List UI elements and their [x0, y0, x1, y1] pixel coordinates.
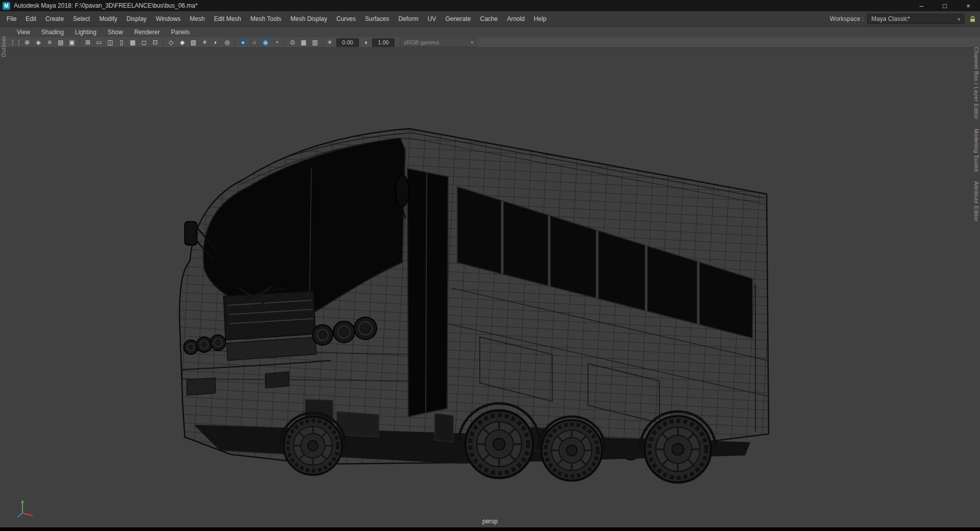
left-panel-tabs: Outliner — [1, 36, 7, 57]
bus-wireframe-model — [0, 48, 980, 527]
menu-item[interactable]: Deform — [394, 11, 423, 27]
safe-action-icon[interactable]: ◻ — [139, 38, 150, 47]
exposure-icon[interactable]: ☀ — [325, 39, 334, 46]
colorspace-value: sRGB gamma — [404, 39, 439, 45]
menu-item[interactable]: Select — [68, 11, 94, 27]
textured-icon[interactable]: ▧ — [188, 38, 199, 47]
menu-item[interactable]: Display — [122, 11, 151, 27]
panel-toolbar: ⋮⋮⊕◈≡▤▣⊞▭◫▯▦◻⊡◇◆▧☀◐◎●○◉◔⊙▩▥ ☀ 0.00 ◑ 1.0… — [0, 37, 980, 48]
resolution-gate-icon[interactable]: ◫ — [105, 38, 116, 47]
workspace-label: Workspace : — [830, 15, 864, 22]
field-chart-icon[interactable]: ▦ — [128, 38, 138, 47]
menu-item[interactable]: Help — [529, 11, 551, 27]
menu-items: FileEditCreateSelectModifyDisplayWindows… — [2, 11, 551, 27]
smooth-shade-icon[interactable]: ◆ — [177, 38, 188, 47]
wireframe-on-shaded-icon[interactable]: ▥ — [310, 38, 321, 47]
x-ray-icon[interactable]: ▩ — [299, 38, 309, 47]
workspace-dropdown[interactable]: Maya Classic* ▾ — [867, 14, 964, 24]
maximize-button[interactable]: □ — [933, 0, 957, 11]
side-tab-outliner[interactable]: Outliner — [1, 36, 7, 57]
panel-menu-item[interactable]: Shading — [36, 27, 69, 37]
select-camera-icon[interactable]: ⊕ — [22, 38, 33, 47]
bookmark-icon[interactable]: ▤ — [56, 38, 66, 47]
menu-item[interactable]: UV — [423, 11, 441, 27]
perspective-viewport[interactable]: persp — [0, 48, 980, 527]
window-controls: – □ × — [910, 0, 980, 11]
right-panel-tabs: Channel Box / Layer EditorModeling Toolk… — [973, 47, 979, 222]
close-button[interactable]: × — [957, 0, 980, 11]
menu-item[interactable]: Cache — [475, 11, 502, 27]
camera-name-label: persp — [0, 518, 980, 525]
bottom-strip — [0, 527, 980, 531]
workspace-area: Workspace : Maya Classic* ▾ — [830, 14, 980, 24]
menu-item[interactable]: Curves — [332, 11, 360, 27]
chevron-down-icon: ▾ — [958, 16, 960, 22]
toolbar-separator — [80, 39, 80, 46]
menu-item[interactable]: Modify — [94, 11, 121, 27]
menu-item[interactable]: Edit — [21, 11, 41, 27]
maya-window: M Autodesk Maya 2018: F:\0pavan_3D\FREEL… — [0, 0, 980, 531]
use-all-lights-icon[interactable]: ☀ — [200, 38, 210, 47]
minimize-button[interactable]: – — [910, 0, 933, 11]
toolbar-separator — [163, 39, 163, 46]
maya-logo-icon: M — [3, 2, 10, 10]
image-plane-icon[interactable]: ▣ — [67, 38, 78, 47]
menu-item[interactable]: Create — [41, 11, 68, 27]
film-gate-icon[interactable]: ▭ — [94, 38, 105, 47]
toolbar-separator — [323, 39, 323, 46]
view-axis-gizmo[interactable] — [14, 497, 38, 520]
side-tab[interactable]: Channel Box / Layer Editor — [973, 47, 979, 119]
menu-item[interactable]: Mesh Tools — [246, 11, 286, 27]
panel-menu-item[interactable]: Renderer — [129, 27, 165, 37]
window-title: Autodesk Maya 2018: F:\0pavan_3D\FREELAN… — [14, 2, 198, 9]
gamma-field[interactable]: 1.00 — [372, 38, 395, 47]
titlebar: M Autodesk Maya 2018: F:\0pavan_3D\FREEL… — [0, 0, 980, 11]
ssao-icon[interactable]: ◉ — [260, 38, 271, 47]
panel-menu-item[interactable]: Lighting — [69, 27, 102, 37]
menu-item[interactable]: Edit Mesh — [209, 11, 246, 27]
gate-mask-icon[interactable]: ▯ — [116, 38, 127, 47]
menu-item[interactable]: Windows — [151, 11, 185, 27]
panel-area: ViewShadingLightingShowRendererPanels ⋮⋮… — [0, 27, 980, 527]
menu-item[interactable]: Generate — [440, 11, 475, 27]
side-tab[interactable]: Modeling Toolkit — [973, 129, 979, 172]
menu-item[interactable]: Mesh Display — [286, 11, 332, 27]
panel-menubar: ViewShadingLightingShowRendererPanels — [0, 27, 980, 37]
motion-blur-icon[interactable]: ◔ — [272, 38, 282, 47]
isolate-select-icon[interactable]: ⊙ — [287, 38, 298, 47]
contrast-icon[interactable]: ◑ — [361, 39, 370, 46]
menu-item[interactable]: Arnold — [502, 11, 529, 27]
workspace-value: Maya Classic* — [871, 15, 910, 22]
toolbar-separator — [284, 39, 285, 46]
toolbar-icons: ⋮⋮⊕◈≡▤▣⊞▭◫▯▦◻⊡◇◆▧☀◐◎●○◉◔⊙▩▥ — [10, 38, 325, 47]
camera-attributes-icon[interactable]: ≡ — [44, 38, 55, 47]
main-menubar: FileEditCreateSelectModifyDisplayWindows… — [0, 11, 980, 27]
safe-title-icon[interactable]: ⊡ — [150, 38, 161, 47]
menu-item[interactable]: Surfaces — [360, 11, 394, 27]
toolbar-separator — [235, 39, 235, 46]
shadows-icon[interactable]: ◐ — [211, 38, 222, 47]
colorspace-dropdown[interactable]: sRGB gamma ▾ — [400, 38, 477, 47]
lighting-sphere-icon[interactable]: ● — [238, 38, 249, 47]
menu-item[interactable]: Mesh — [185, 11, 209, 27]
lock-camera-icon[interactable]: ◈ — [33, 38, 44, 47]
side-tab[interactable]: Attribute Editor — [973, 181, 979, 222]
panel-menu-item[interactable]: Panels — [165, 27, 195, 37]
toolbar-grip[interactable]: ⋮⋮ — [11, 38, 21, 47]
occlusion-icon[interactable]: ◎ — [222, 38, 233, 47]
panel-menu-item[interactable]: Show — [102, 27, 129, 37]
wireframe-icon[interactable]: ◇ — [166, 38, 177, 47]
grid-icon[interactable]: ⊞ — [83, 38, 93, 47]
flat-lighting-icon[interactable]: ○ — [249, 38, 260, 47]
panel-menu-item[interactable]: View — [11, 27, 36, 37]
menu-item[interactable]: File — [2, 11, 21, 27]
exposure-field[interactable]: 0.00 — [336, 38, 359, 47]
workspace-lock-icon[interactable] — [968, 14, 977, 23]
chevron-down-icon: ▾ — [471, 40, 473, 45]
